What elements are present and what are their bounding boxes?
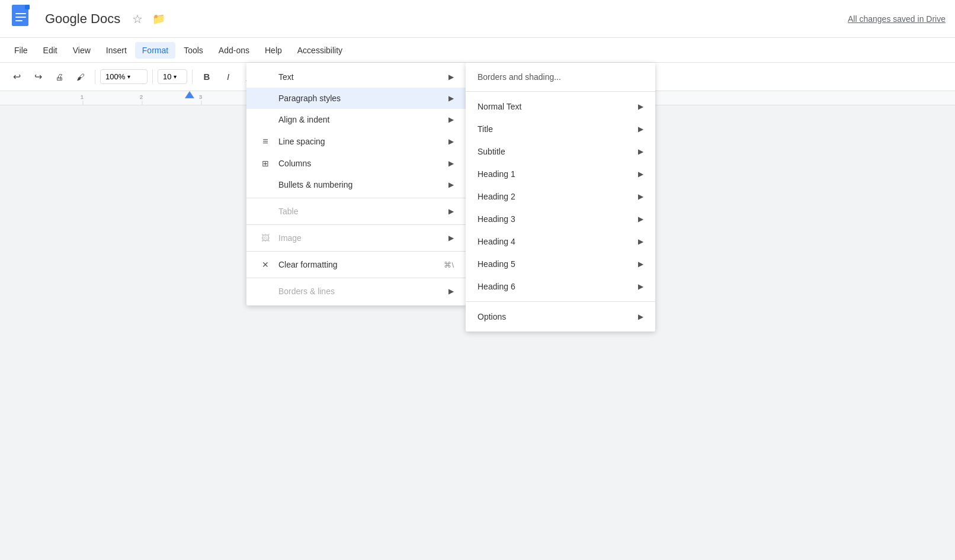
paragraph-heading4-label: Heading 4	[478, 237, 515, 246]
italic-button[interactable]: I	[219, 67, 238, 86]
paragraph-heading6-item[interactable]: Heading 6 ▶	[466, 275, 655, 298]
columns-icon: ⊞	[258, 159, 273, 168]
format-separator-1	[246, 198, 466, 198]
paragraph-heading6-label: Heading 6	[478, 282, 515, 291]
menu-accessibility[interactable]: Accessibility	[290, 42, 350, 59]
format-separator-3	[246, 251, 466, 252]
heading2-arrow: ▶	[638, 192, 643, 201]
folder-icon[interactable]: 📁	[152, 12, 165, 25]
menu-help[interactable]: Help	[258, 42, 289, 59]
app-title: Google Docs	[45, 11, 120, 27]
paragraph-subtitle-item[interactable]: Subtitle ▶	[466, 140, 655, 163]
paragraph-subtitle-label: Subtitle	[478, 147, 505, 156]
format-image-label: Image	[278, 233, 443, 243]
columns-arrow: ▶	[448, 159, 454, 168]
heading5-arrow: ▶	[638, 260, 643, 268]
menu-format[interactable]: Format	[135, 42, 175, 59]
bold-button[interactable]: B	[197, 67, 216, 86]
format-align-label: Align & indent	[278, 115, 443, 124]
zoom-selector[interactable]: 100% ▾	[100, 69, 148, 84]
format-dropdown: Text ▶ Paragraph styles ▶ Align & indent…	[246, 63, 466, 305]
format-paragraph-styles-item[interactable]: Paragraph styles ▶	[246, 88, 466, 109]
paragraph-options-label: Options	[478, 312, 506, 321]
svg-text:1: 1	[81, 94, 84, 100]
format-clear-formatting-label: Clear formatting	[278, 260, 438, 269]
image-dropdown-arrow: ▶	[448, 234, 454, 242]
borders-shading-label: Borders and shading...	[478, 72, 561, 82]
format-bullets-item[interactable]: Bullets & numbering ▶	[246, 174, 466, 195]
menu-view[interactable]: View	[66, 42, 98, 59]
paragraph-heading1-item[interactable]: Heading 1 ▶	[466, 163, 655, 185]
heading6-arrow: ▶	[638, 282, 643, 291]
font-size-value: 10	[163, 72, 171, 81]
heading3-arrow: ▶	[638, 215, 643, 223]
format-text-item[interactable]: Text ▶	[246, 66, 466, 88]
paragraph-heading5-item[interactable]: Heading 5 ▶	[466, 253, 655, 275]
paragraph-options-item[interactable]: Options ▶	[466, 305, 655, 328]
format-bullets-label: Bullets & numbering	[278, 180, 443, 189]
menu-addons[interactable]: Add-ons	[211, 42, 257, 59]
font-size-arrow: ▾	[174, 73, 177, 80]
paragraph-heading3-label: Heading 3	[478, 214, 515, 224]
toolbar-divider-1	[95, 70, 95, 84]
line-spacing-arrow: ▶	[448, 137, 454, 146]
format-table-label: Table	[278, 207, 443, 216]
menu-file[interactable]: File	[7, 42, 35, 59]
clear-formatting-icon: ✕	[258, 260, 273, 269]
title-arrow: ▶	[638, 125, 643, 133]
zoom-arrow: ▾	[127, 73, 130, 80]
paragraph-title-label: Title	[478, 124, 493, 134]
format-columns-label: Columns	[278, 159, 443, 168]
paint-format-button[interactable]: 🖌	[71, 67, 90, 86]
save-status[interactable]: All changes saved in Drive	[848, 14, 946, 24]
paragraph-heading3-item[interactable]: Heading 3 ▶	[466, 208, 655, 230]
paragraph-heading5-label: Heading 5	[478, 259, 515, 269]
text-arrow: ▶	[448, 73, 454, 81]
menu-bar: File Edit View Insert Format Tools Add-o…	[0, 38, 955, 63]
title-bar: Google Docs ☆ 📁 All changes saved in Dri…	[0, 0, 955, 38]
paragraph-submenu: Borders and shading... Normal Text ▶ Tit…	[466, 63, 655, 332]
toolbar-divider-3	[192, 70, 193, 84]
svg-rect-3	[15, 13, 26, 14]
paragraph-heading2-item[interactable]: Heading 2 ▶	[466, 185, 655, 208]
toolbar-divider-2	[152, 70, 153, 84]
submenu-top-separator	[466, 91, 655, 92]
paragraph-title-item[interactable]: Title ▶	[466, 118, 655, 140]
format-table-item: Table ▶	[246, 201, 466, 222]
menu-tools[interactable]: Tools	[177, 42, 210, 59]
format-borders-lines-label: Borders & lines	[278, 287, 443, 296]
format-separator-4	[246, 278, 466, 278]
redo-button[interactable]: ↪	[28, 67, 47, 86]
menu-insert[interactable]: Insert	[99, 42, 134, 59]
paragraph-styles-arrow: ▶	[448, 94, 454, 102]
align-arrow: ▶	[448, 115, 454, 124]
clear-formatting-shortcut: ⌘\	[444, 260, 454, 269]
format-separator-2	[246, 224, 466, 225]
borders-lines-arrow: ▶	[448, 287, 454, 295]
print-button[interactable]: 🖨	[50, 67, 69, 86]
font-size-selector[interactable]: 10 ▾	[158, 69, 187, 84]
undo-button[interactable]: ↩	[7, 67, 26, 86]
normal-text-arrow: ▶	[638, 102, 643, 111]
heading4-arrow: ▶	[638, 237, 643, 246]
svg-rect-2	[25, 5, 30, 9]
format-image-item: 🖼 Image ▶	[246, 227, 466, 249]
format-align-item[interactable]: Align & indent ▶	[246, 109, 466, 130]
svg-rect-5	[15, 20, 23, 21]
paragraph-normal-text-item[interactable]: Normal Text ▶	[466, 95, 655, 118]
format-line-spacing-item[interactable]: ≡ Line spacing ▶	[246, 130, 466, 153]
format-clear-formatting-item[interactable]: ✕ Clear formatting ⌘\	[246, 254, 466, 275]
options-arrow: ▶	[638, 313, 643, 321]
format-paragraph-styles-label: Paragraph styles	[278, 94, 443, 103]
svg-rect-4	[15, 17, 26, 18]
star-icon[interactable]: ☆	[132, 12, 143, 26]
borders-shading-item[interactable]: Borders and shading...	[466, 66, 655, 88]
paragraph-heading4-item[interactable]: Heading 4 ▶	[466, 230, 655, 253]
app-logo	[9, 5, 36, 33]
menu-edit[interactable]: Edit	[36, 42, 65, 59]
bullets-arrow: ▶	[448, 181, 454, 189]
svg-text:3: 3	[199, 94, 202, 100]
image-icon: 🖼	[258, 233, 273, 243]
line-spacing-icon: ≡	[258, 136, 273, 147]
format-columns-item[interactable]: ⊞ Columns ▶	[246, 153, 466, 174]
